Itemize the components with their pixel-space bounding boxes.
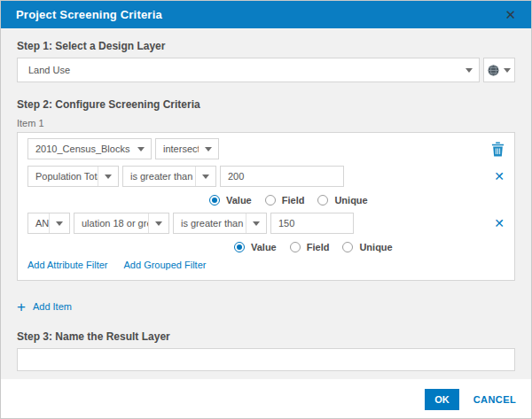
radio-value[interactable]: [234, 242, 245, 252]
filter2-field-select[interactable]: ulation 18 or greater: [74, 213, 169, 234]
radio-unique[interactable]: [342, 242, 353, 252]
radio-unique[interactable]: [317, 195, 328, 206]
radio-field-label: Field: [282, 195, 305, 206]
design-layer-select[interactable]: Land Use: [17, 58, 480, 82]
radio-field[interactable]: [290, 242, 301, 252]
filter1-operator-value: is greater than: [123, 171, 195, 182]
item-label: Item 1: [17, 118, 515, 128]
radio-value-label: Value: [251, 242, 277, 252]
add-item-link[interactable]: Add Item: [33, 301, 72, 312]
radio-value[interactable]: [209, 195, 220, 206]
filter2-value-input[interactable]: [270, 213, 354, 234]
radio-value-label: Value: [226, 195, 252, 206]
delete-item-button[interactable]: [491, 142, 505, 157]
chevron-down-icon: [137, 147, 145, 151]
cancel-button[interactable]: CANCEL: [473, 394, 516, 405]
step3-label: Step 3: Name the Result Layer: [17, 330, 515, 343]
layer-operator-row: 2010_Census_Blocks intersects: [27, 138, 505, 159]
filter-links-row: Add Attribute Filter Add Grouped Filter: [27, 260, 505, 270]
layer-picker-button[interactable]: [483, 58, 515, 82]
chevron-down-icon: [105, 175, 112, 179]
remove-filter1-icon[interactable]: ✕: [494, 170, 505, 182]
chevron-down-icon: [155, 221, 162, 226]
chevron-down-icon: [466, 68, 473, 73]
globe-icon: [488, 65, 499, 76]
chevron-down-icon: [56, 221, 63, 226]
chevron-down-icon: [253, 221, 260, 226]
filter2-value-type-radios: Value Field Unique: [234, 241, 505, 253]
add-attribute-filter-link[interactable]: Add Attribute Filter: [27, 260, 108, 270]
radio-unique-label: Unique: [334, 195, 367, 206]
step1-label: Step 1: Select a Design Layer: [17, 28, 515, 52]
chevron-down-icon: [205, 147, 212, 151]
close-icon[interactable]: ✕: [505, 8, 516, 21]
design-layer-value: Land Use: [18, 65, 459, 75]
filter1-value-type-radios: Value Field Unique: [209, 194, 505, 206]
add-item-row[interactable]: + Add Item: [17, 299, 515, 314]
dialog-body: Step 1: Select a Design Layer Land Use S…: [1, 28, 531, 379]
ok-button[interactable]: OK: [425, 389, 459, 410]
chevron-down-icon: [504, 68, 511, 73]
filter2-logic-value: AND: [28, 218, 49, 229]
filter1-value-input[interactable]: [220, 166, 344, 187]
spatial-operator-value: intersects: [156, 144, 199, 154]
dialog-title: Project Screening Criteria: [16, 8, 162, 21]
radio-unique-label: Unique: [359, 242, 392, 252]
criteria-layer-value: 2010_Census_Blocks: [28, 144, 131, 154]
chevron-down-icon: [202, 175, 209, 179]
filter1-operator-select[interactable]: is greater than: [122, 166, 216, 187]
add-grouped-filter-link[interactable]: Add Grouped Filter: [124, 260, 207, 270]
radio-field-label: Field: [307, 242, 330, 252]
project-screening-criteria-dialog: Project Screening Criteria ✕ Step 1: Sel…: [0, 0, 532, 419]
spatial-operator-select[interactable]: intersects: [155, 138, 219, 159]
radio-field[interactable]: [265, 195, 276, 206]
result-layer-name-input[interactable]: [17, 348, 515, 371]
remove-filter2-icon[interactable]: ✕: [494, 217, 505, 229]
filter1-field-value: Population Total: [28, 171, 98, 182]
screening-item: 2010_Census_Blocks intersects: [17, 132, 515, 281]
filter2-operator-value: is greater than: [174, 218, 246, 229]
plus-icon[interactable]: +: [17, 299, 26, 314]
step1-row: Land Use: [17, 58, 515, 82]
filter1-field-select[interactable]: Population Total: [27, 166, 119, 187]
attribute-filter-row: AND ulation 18 or greater is greater tha…: [27, 213, 505, 234]
dialog-header: Project Screening Criteria ✕: [1, 1, 531, 28]
criteria-layer-select[interactable]: 2010_Census_Blocks: [27, 138, 152, 159]
filter2-operator-select[interactable]: is greater than: [173, 213, 267, 234]
dialog-footer: OK CANCEL: [1, 379, 531, 419]
trash-icon: [491, 142, 505, 157]
filter2-field-value: ulation 18 or greater: [74, 218, 148, 229]
step2-label: Step 2: Configure Screening Criteria: [17, 98, 515, 111]
attribute-filter-row: Population Total is greater than ✕: [27, 166, 505, 187]
filter2-logic-select[interactable]: AND: [27, 213, 70, 234]
